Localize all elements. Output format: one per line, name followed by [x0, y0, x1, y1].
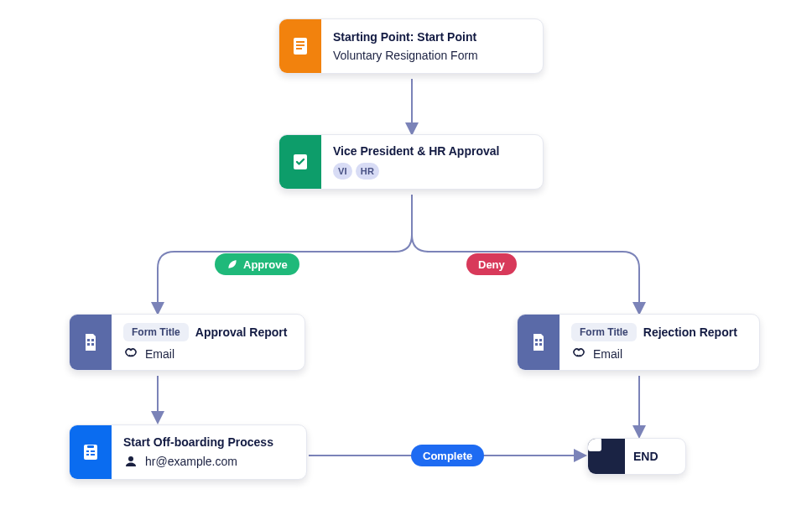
- link-icon: [123, 346, 138, 362]
- svg-point-19: [128, 456, 133, 461]
- svg-rect-3: [296, 48, 302, 49]
- rejection-report-node[interactable]: Form Title Rejection Report Email: [517, 314, 760, 371]
- svg-rect-9: [535, 339, 538, 341]
- form-title-value: Approval Report: [195, 325, 288, 339]
- edge-approve-label: Approve: [243, 258, 288, 271]
- iconbar: [518, 315, 560, 370]
- iconbar: [279, 19, 321, 73]
- approval-report-node[interactable]: Form Title Approval Report Email: [69, 314, 305, 371]
- form-icon: [528, 332, 549, 352]
- edge-deny-label: Deny: [478, 258, 505, 271]
- approval-icon: [290, 152, 310, 172]
- start-node[interactable]: Starting Point: Start Point Voluntary Re…: [278, 18, 544, 74]
- chip-vi: VI: [333, 163, 352, 180]
- svg-rect-14: [87, 445, 94, 448]
- svg-rect-1: [296, 41, 304, 43]
- svg-rect-2: [296, 44, 304, 46]
- person-icon: [123, 454, 138, 469]
- edge-complete: Complete: [411, 445, 484, 466]
- form-title-tag: Form Title: [571, 323, 637, 341]
- svg-rect-17: [86, 454, 89, 456]
- svg-rect-16: [91, 450, 95, 452]
- end-label: END: [625, 450, 672, 463]
- checklist-icon: [81, 442, 101, 462]
- approval-title: Vice President & HR Approval: [333, 144, 499, 158]
- iconbar: [588, 438, 625, 475]
- form-icon: [81, 332, 101, 352]
- leaf-icon: [226, 258, 238, 270]
- assignee-label: hr@example.com: [145, 455, 237, 468]
- svg-rect-5: [87, 339, 90, 341]
- start-subtitle: Voluntary Resignation Form: [333, 49, 478, 62]
- link-icon: [571, 346, 586, 362]
- svg-rect-11: [535, 343, 538, 346]
- start-label: Starting Point: Start Point: [333, 30, 478, 44]
- svg-rect-6: [91, 339, 94, 341]
- stop-icon: [588, 438, 601, 451]
- iconbar: [70, 315, 112, 370]
- iconbar: [70, 425, 112, 479]
- svg-rect-7: [87, 343, 90, 346]
- document-icon: [290, 36, 310, 56]
- end-node[interactable]: END: [587, 438, 686, 475]
- link-label: Email: [145, 347, 174, 361]
- svg-rect-15: [86, 450, 89, 452]
- edge-complete-label: Complete: [423, 450, 472, 462]
- svg-rect-8: [91, 343, 94, 346]
- approval-node[interactable]: Vice President & HR Approval VI HR: [278, 134, 544, 190]
- link-label: Email: [593, 347, 622, 361]
- offboard-node[interactable]: Start Off-boarding Process hr@example.co…: [69, 424, 307, 480]
- form-title-value: Rejection Report: [643, 325, 737, 339]
- svg-rect-18: [91, 454, 95, 456]
- svg-rect-10: [539, 339, 542, 341]
- edge-deny: Deny: [466, 253, 517, 275]
- svg-rect-12: [539, 343, 542, 346]
- approver-chips: VI HR: [333, 163, 499, 180]
- edge-approve: Approve: [215, 253, 299, 275]
- form-title-tag: Form Title: [123, 323, 189, 341]
- offboard-title: Start Off-boarding Process: [123, 435, 273, 449]
- chip-hr: HR: [356, 163, 379, 180]
- iconbar: [279, 135, 321, 189]
